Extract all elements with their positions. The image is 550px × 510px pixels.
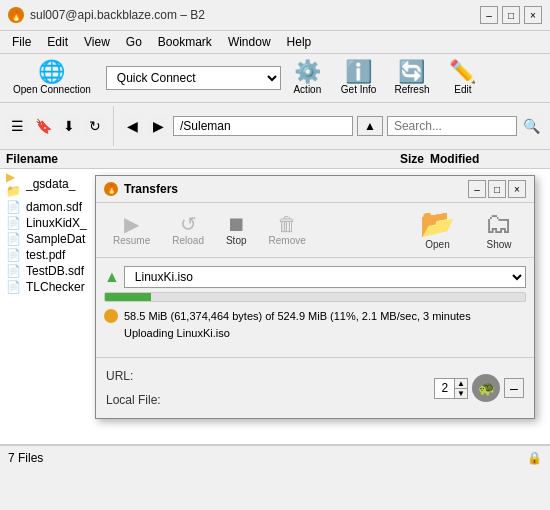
nav-download-button[interactable]: ⬇ [58,115,80,137]
transfers-content: ▲ LinuxKi.iso 58.5 MiB (61,374,464 bytes… [96,258,534,349]
remove-icon: 🗑 [277,214,297,234]
progress-bar [104,292,526,302]
resume-button[interactable]: ▶ Resume [104,211,159,249]
url-label: URL: [106,364,161,388]
maximize-button[interactable]: □ [502,6,520,24]
show-button[interactable]: 🗂 Show [472,207,526,253]
app-icon: 🔥 [8,7,24,23]
file-icon: 📄 [6,264,22,278]
path-input[interactable] [173,116,353,136]
nav-back-button[interactable]: ◀ [121,115,143,137]
action-button[interactable]: ⚙️ Action [285,58,330,98]
file-icon: 📄 [6,280,22,294]
footer-controls: 2 ▲ ▼ 🐢 – [434,374,524,402]
open-connection-button[interactable]: 🌐 Open Connection [6,58,98,98]
edit-label: Edit [454,84,471,95]
spinner-up-button[interactable]: ▲ [454,379,467,389]
menu-help[interactable]: Help [279,33,320,51]
transfers-footer: URL: Local File: 2 ▲ ▼ 🐢 – [96,357,534,418]
open-connection-label: Open Connection [13,84,91,95]
dialog-minimize-button[interactable]: – [468,180,486,198]
menu-window[interactable]: Window [220,33,279,51]
window-title: sul007@api.backblaze.com – B2 [30,8,205,22]
progress-bar-fill [105,293,151,301]
local-file-label: Local File: [106,388,161,412]
window-controls[interactable]: – □ × [480,6,542,24]
main-toolbar: 🌐 Open Connection Quick Connect ⚙️ Actio… [0,54,550,103]
reload-button[interactable]: ↺ Reload [163,211,213,249]
close-button[interactable]: × [524,6,542,24]
column-filename: Filename [6,152,344,166]
dialog-icon: 🔥 [104,182,118,196]
transfers-toolbar: ▶ Resume ↺ Reload ⏹ Stop 🗑 Remove 📂 Open [96,203,534,258]
reload-label: Reload [172,235,204,246]
column-modified: Modified [424,152,544,166]
column-size: Size [344,152,424,166]
status-dot-icon [104,309,118,323]
file-list-header: Filename Size Modified [0,150,550,169]
quick-connect-area: Quick Connect [106,66,281,90]
status-bar: 7 Files 🔒 [0,445,550,469]
file-area: Filename Size Modified ▶ 📁 _gsdata_ 📄 da… [0,150,550,445]
resume-icon: ▶ [124,214,139,234]
search-button[interactable]: 🔍 [521,115,543,137]
file-count-label: 7 Files [8,451,43,465]
stop-icon: ⏹ [226,214,246,234]
nav-bookmark-button[interactable]: 🔖 [32,115,54,137]
dialog-title: Transfers [124,182,468,196]
get-info-icon: ℹ️ [345,61,372,83]
edit-button[interactable]: ✏️ Edit [440,58,485,98]
footer-labels: URL: Local File: [106,364,161,412]
transfer-bytes-info: 58.5 MiB (61,374,464 bytes) of 524.9 MiB… [124,308,471,325]
spinner-value: 2 [435,379,454,397]
dialog-title-bar: 🔥 Transfers – □ × [96,176,534,203]
file-icon: 📄 [6,232,22,246]
folder-icon: ▶ 📁 [6,170,22,198]
dialog-maximize-button[interactable]: □ [488,180,506,198]
lock-icon: 🔒 [527,451,542,465]
dialog-close-button[interactable]: × [508,180,526,198]
open-button[interactable]: 📂 Open [407,207,468,253]
nav-sync-button[interactable]: ↻ [84,115,106,137]
transfers-dialog: 🔥 Transfers – □ × ▶ Resume ↺ Reload ⏹ St… [95,175,535,419]
minus-button[interactable]: – [504,378,524,398]
speed-limit-button[interactable]: 🐢 [472,374,500,402]
search-input[interactable] [387,116,517,136]
dialog-window-controls[interactable]: – □ × [468,180,526,198]
menu-edit[interactable]: Edit [39,33,76,51]
quick-connect-select[interactable]: Quick Connect [106,66,281,90]
refresh-button[interactable]: 🔄 Refresh [387,58,436,98]
transfer-action-text: Uploading LinuxKi.iso [124,325,471,342]
open-connection-icon: 🌐 [38,61,65,83]
open-icon: 📂 [420,210,455,238]
menu-file[interactable]: File [4,33,39,51]
minimize-button[interactable]: – [480,6,498,24]
transfer-status-text: 58.5 MiB (61,374,464 bytes) of 524.9 MiB… [124,308,471,341]
get-info-button[interactable]: ℹ️ Get Info [334,58,384,98]
title-bar: 🔥 sul007@api.backblaze.com – B2 – □ × [0,0,550,31]
spinner-down-button[interactable]: ▼ [454,389,467,398]
action-icon: ⚙️ [294,61,321,83]
menu-bookmark[interactable]: Bookmark [150,33,220,51]
refresh-icon: 🔄 [398,61,425,83]
upload-direction-icon: ▲ [104,268,120,286]
remove-button[interactable]: 🗑 Remove [260,211,315,249]
nav-forward-button[interactable]: ▶ [147,115,169,137]
reload-icon: ↺ [180,214,197,234]
refresh-label: Refresh [394,84,429,95]
nav-bar: ☰ 🔖 ⬇ ↻ ◀ ▶ ▲ 🔍 [0,103,550,150]
show-icon: 🗂 [485,210,513,238]
transfer-status: 58.5 MiB (61,374,464 bytes) of 524.9 MiB… [104,308,526,341]
menu-go[interactable]: Go [118,33,150,51]
menu-view[interactable]: View [76,33,118,51]
up-directory-button[interactable]: ▲ [357,116,383,136]
remove-label: Remove [269,235,306,246]
menu-bar: File Edit View Go Bookmark Window Help [0,31,550,54]
action-label: Action [293,84,321,95]
stop-label: Stop [226,235,247,246]
nav-list-view-button[interactable]: ☰ [6,115,28,137]
stop-button[interactable]: ⏹ Stop [217,211,256,249]
file-icon: 📄 [6,200,22,214]
file-icon: 📄 [6,248,22,262]
transfer-file-dropdown[interactable]: LinuxKi.iso [124,266,526,288]
